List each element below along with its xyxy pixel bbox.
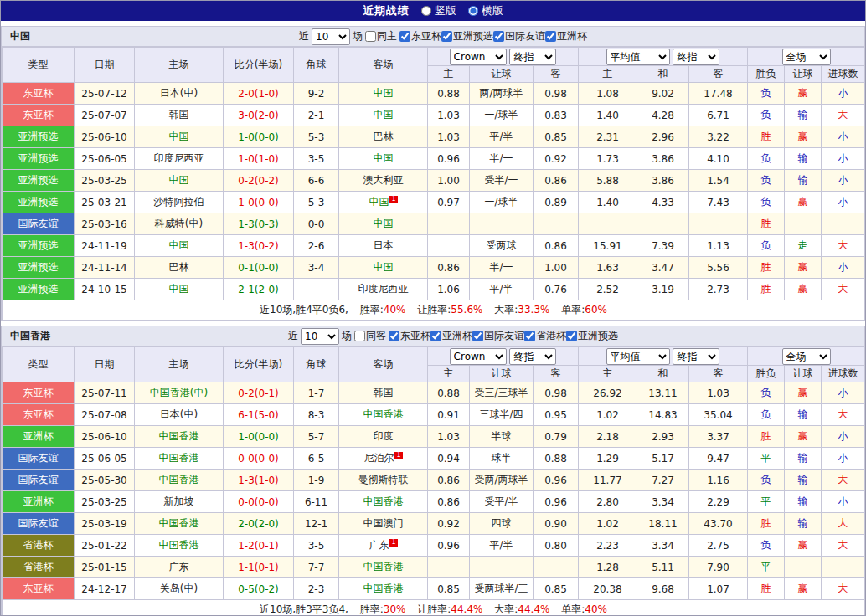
away-team: 中国香港 — [339, 404, 428, 426]
euro-draw-odds: 2.96 — [637, 126, 689, 148]
asian-odds-time-select[interactable]: 终指 — [509, 49, 556, 65]
same-venue-filter[interactable]: 同客 — [354, 329, 386, 343]
layout-option-horizontal[interactable]: 横版 — [468, 3, 503, 18]
league-checkbox[interactable] — [441, 31, 452, 42]
league-filter[interactable]: 省港杯 — [524, 329, 566, 343]
corner-score: 0-0 — [294, 213, 339, 235]
away-team: 中国 — [339, 213, 428, 235]
asian-home-odds: 1.03 — [428, 126, 470, 148]
league-checkbox[interactable] — [566, 331, 577, 341]
asian-away-odds: 0.85 — [534, 126, 579, 148]
asian-odds-time-select[interactable]: 终指 — [509, 348, 556, 365]
handicap-result: 赢 — [785, 535, 822, 557]
league-filter[interactable]: 亚洲杯 — [430, 329, 472, 343]
euro-home-odds: 1.40 — [579, 105, 637, 126]
recent-games-select[interactable]: 10 — [312, 28, 350, 45]
col-goals: 进球数 — [822, 366, 865, 382]
match-result: 负 — [748, 470, 785, 491]
home-team: 中国香港 — [135, 426, 224, 448]
league-filter[interactable]: 国际友谊 — [472, 329, 524, 343]
horizontal-layout-radio[interactable] — [468, 6, 478, 16]
league-filter[interactable]: 国际友谊 — [493, 29, 545, 44]
recent-games-select[interactable]: 10 — [301, 328, 339, 345]
same-venue-checkbox[interactable] — [365, 31, 376, 42]
euro-odds-time-select[interactable]: 终指 — [673, 49, 719, 65]
match-date: 25-06-10 — [75, 126, 135, 148]
euro-home-odds: 1.29 — [579, 448, 637, 470]
scope-select[interactable]: 全场 — [782, 49, 831, 65]
league-checkbox[interactable] — [389, 331, 399, 341]
match-result: 负 — [748, 105, 785, 126]
score: 0-0(0-0) — [224, 491, 294, 513]
euro-draw-odds: 18.11 — [637, 513, 689, 535]
match-row: 亚洲预选25-03-25中国0-2(0-2)6-6澳大利亚1.00受半/一0.8… — [3, 170, 865, 192]
same-venue-checkbox[interactable] — [354, 331, 365, 341]
same-venue-filter[interactable]: 同主 — [365, 29, 397, 44]
section-china: 中国 近 10 场 同主 东亚杯亚洲预选国际友谊亚洲杯 类 — [1, 26, 865, 321]
asian-away-odds: 0.95 — [534, 404, 579, 426]
corner-score: 3-4 — [294, 257, 339, 279]
euro-home-odds: 1.63 — [579, 257, 637, 279]
same-venue-label: 同主 — [377, 29, 397, 44]
league-checkbox[interactable] — [493, 31, 504, 42]
corner-score: 6-6 — [294, 170, 339, 192]
asian-home-odds — [428, 557, 470, 578]
euro-draw-odds: 3.34 — [637, 491, 689, 513]
away-team: 广东1 — [339, 535, 428, 557]
scope-select[interactable]: 全场 — [782, 348, 831, 365]
home-team: 中国 — [135, 279, 224, 300]
layout-option-vertical[interactable]: 竖版 — [421, 3, 456, 18]
asian-home-odds: 0.85 — [428, 578, 470, 600]
col-goals: 进球数 — [822, 66, 865, 83]
results-table: 类型 日期 主场 比分(半场) 角球 客场 Crown 终指 平均值 终指 — [2, 47, 865, 321]
score: 0-0(0-0) — [224, 448, 294, 470]
goals-result: 小 — [822, 382, 865, 404]
col-result: 胜负 — [748, 366, 785, 382]
league-filter[interactable]: 东亚杯 — [399, 29, 441, 44]
home-team: 日本(中) — [135, 404, 224, 426]
score: 0-1(0-0) — [224, 257, 294, 279]
euro-draw-odds: 9.02 — [637, 83, 689, 105]
asian-away-odds: 0.76 — [534, 279, 579, 300]
score: 1-0(0-0) — [224, 192, 294, 213]
euro-home-odds: 2.80 — [579, 491, 637, 513]
euro-odds-type-select[interactable]: 平均值 — [606, 348, 670, 365]
bookmaker-select[interactable]: Crown — [450, 49, 507, 65]
handicap-result: 走 — [785, 235, 822, 257]
match-row: 亚洲预选25-06-10中国1-0(0-0)5-3巴林1.03平/半0.852.… — [3, 126, 865, 148]
score: 2-0(1-0) — [224, 83, 294, 105]
league-checkbox[interactable] — [399, 31, 410, 42]
asian-handicap: 受两/两球半 — [470, 470, 534, 491]
match-type-badge: 亚洲预选 — [3, 192, 75, 213]
league-filter[interactable]: 亚洲杯 — [545, 29, 587, 44]
col-date: 日期 — [75, 48, 135, 83]
match-date: 25-03-21 — [75, 192, 135, 213]
home-team: 关岛(中) — [135, 578, 224, 600]
euro-home-odds: 20.38 — [579, 578, 637, 600]
filter-bar: 近 10 场 同客 东亚杯亚洲杯国际友谊省港杯亚洲预选 — [50, 328, 856, 345]
vertical-layout-radio[interactable] — [421, 6, 431, 16]
score: 3-0(2-0) — [224, 105, 294, 126]
league-filter[interactable]: 东亚杯 — [389, 329, 430, 343]
match-row: 亚洲杯25-06-10中国香港1-0(0-0)5-7印度1.03半球0.792.… — [3, 426, 865, 448]
asian-away-odds: 0.96 — [534, 470, 579, 491]
asian-handicap: 球半 — [470, 448, 534, 470]
asian-home-odds: 0.86 — [428, 491, 470, 513]
league-filter[interactable]: 亚洲预选 — [441, 29, 493, 44]
match-type-badge: 亚洲预选 — [3, 279, 75, 300]
euro-odds-time-select[interactable]: 终指 — [673, 348, 719, 365]
match-row: 省港杯25-01-15广东1-1(0-1)7-7中国香港1.285.117.90… — [3, 557, 865, 578]
euro-odds-group: 平均值 终指 — [579, 347, 748, 366]
bookmaker-select[interactable]: Crown — [450, 348, 507, 365]
col-asian-handicap: 让球 — [470, 66, 534, 83]
league-checkbox[interactable] — [524, 331, 535, 341]
euro-home-odds: 11.77 — [579, 470, 637, 491]
league-checkbox[interactable] — [430, 331, 441, 341]
euro-away-odds: 43.70 — [689, 513, 748, 535]
league-filter[interactable]: 亚洲预选 — [566, 329, 618, 343]
league-checkbox[interactable] — [472, 331, 483, 341]
euro-home-odds: 2.31 — [579, 126, 637, 148]
col-handicap-result: 让球 — [785, 66, 822, 83]
league-checkbox[interactable] — [545, 31, 556, 42]
euro-odds-type-select[interactable]: 平均值 — [606, 49, 670, 65]
